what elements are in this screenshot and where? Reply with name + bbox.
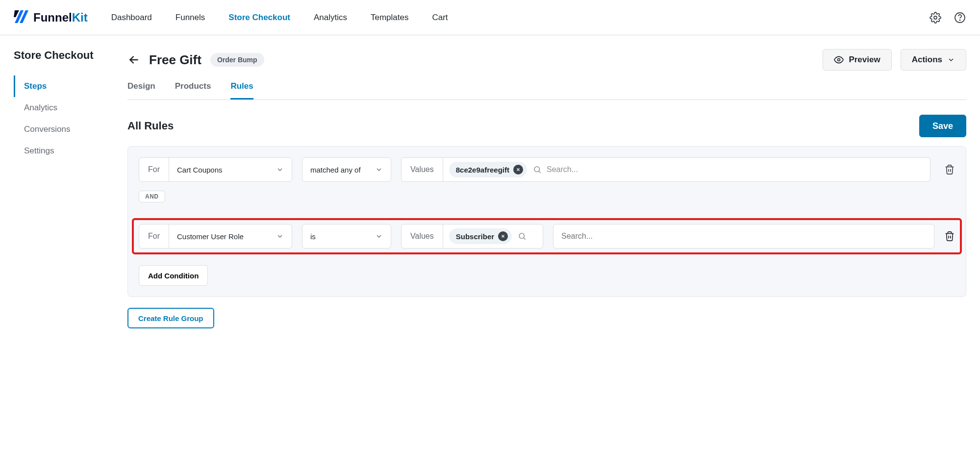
nav-analytics[interactable]: Analytics <box>314 13 347 23</box>
value-chip: Subscriber <box>449 228 512 244</box>
sidebar-item-conversions[interactable]: Conversions <box>14 119 114 140</box>
sidebar-title: Store Checkout <box>14 49 114 62</box>
preview-label: Preview <box>849 55 880 65</box>
main-nav: Dashboard Funnels Store Checkout Analyti… <box>111 13 929 23</box>
rule-values-box[interactable]: Values 8ce2e9afreegift <box>401 157 930 182</box>
value-chip-label: 8ce2e9afreegift <box>456 166 509 174</box>
rule-values-box[interactable]: Values Subscriber <box>401 224 543 248</box>
search-icon <box>533 165 542 174</box>
nav-store-checkout[interactable]: Store Checkout <box>228 13 290 23</box>
svg-point-3 <box>838 59 840 61</box>
chevron-down-icon <box>947 56 955 64</box>
svg-point-4 <box>534 167 540 172</box>
sidebar-item-steps[interactable]: Steps <box>14 75 114 97</box>
nav-funnels[interactable]: Funnels <box>176 13 205 23</box>
values-search-input[interactable] <box>546 165 924 174</box>
nav-dashboard[interactable]: Dashboard <box>111 13 152 23</box>
eye-icon <box>834 55 844 65</box>
rule-field-value: Cart Coupons <box>177 166 223 174</box>
sidebar: Store Checkout Steps Analytics Conversio… <box>0 49 114 348</box>
step-type-badge: Order Bump <box>210 53 264 67</box>
brand-logo[interactable]: FunnelKit <box>14 10 88 25</box>
preview-button[interactable]: Preview <box>823 49 891 71</box>
actions-button[interactable]: Actions <box>901 49 966 71</box>
main: Free Gift Order Bump Preview Actions Des… <box>114 49 980 348</box>
back-arrow-icon[interactable] <box>127 53 140 66</box>
for-label: For <box>139 158 169 181</box>
rule-operator-value: matched any of <box>310 166 361 174</box>
svg-point-2 <box>959 20 960 20</box>
tab-rules[interactable]: Rules <box>230 81 253 99</box>
brand-name: FunnelKit <box>33 11 88 25</box>
topbar-right <box>929 11 966 24</box>
sidebar-item-analytics[interactable]: Analytics <box>14 97 114 119</box>
rule-operator-value: is <box>310 232 316 241</box>
values-label: Values <box>402 224 443 248</box>
delete-rule-icon[interactable] <box>944 164 955 175</box>
subtabs: Design Products Rules <box>127 81 966 100</box>
for-label: For <box>139 224 169 248</box>
page-title: Free Gift <box>149 52 201 68</box>
help-icon[interactable] <box>954 11 966 24</box>
values-search-input[interactable] <box>560 231 928 241</box>
values-label: Values <box>402 158 443 181</box>
value-chip-label: Subscriber <box>456 232 494 241</box>
create-rule-group-button[interactable]: Create Rule Group <box>127 308 214 328</box>
rule-operator-select[interactable]: matched any of <box>302 157 391 182</box>
settings-icon[interactable] <box>929 11 942 24</box>
rule-field-select[interactable]: For Customer User Role <box>139 224 292 248</box>
chevron-down-icon <box>375 232 383 240</box>
rule-field-value: Customer User Role <box>177 232 244 241</box>
actions-label: Actions <box>912 55 942 65</box>
delete-rule-icon[interactable] <box>944 231 955 242</box>
nav-templates[interactable]: Templates <box>371 13 408 23</box>
rule-values-search-extra[interactable] <box>553 224 934 248</box>
and-pill: AND <box>139 191 165 202</box>
topbar: FunnelKit Dashboard Funnels Store Checko… <box>0 0 980 35</box>
svg-point-0 <box>934 16 937 19</box>
save-button[interactable]: Save <box>919 115 966 137</box>
chevron-down-icon <box>276 232 284 240</box>
chevron-down-icon <box>276 166 284 174</box>
rule-operator-select[interactable]: is <box>302 224 391 248</box>
tab-design[interactable]: Design <box>127 81 155 99</box>
search-icon <box>518 232 527 241</box>
rule-field-select[interactable]: For Cart Coupons <box>139 157 292 182</box>
rule-row-highlighted: For Customer User Role is <box>132 218 962 254</box>
value-chip: 8ce2e9afreegift <box>449 162 527 177</box>
nav-cart[interactable]: Cart <box>432 13 448 23</box>
chevron-down-icon <box>375 166 383 174</box>
rule-row: For Cart Coupons matched any of <box>139 157 955 182</box>
brand-logo-mark-icon <box>14 10 30 25</box>
remove-chip-icon[interactable] <box>513 165 523 174</box>
add-condition-button[interactable]: Add Condition <box>139 265 208 286</box>
rules-section-title: All Rules <box>127 120 174 132</box>
tab-products[interactable]: Products <box>175 81 211 99</box>
svg-point-5 <box>519 233 525 239</box>
rule-group-panel: For Cart Coupons matched any of <box>127 146 966 297</box>
sidebar-item-settings[interactable]: Settings <box>14 140 114 162</box>
remove-chip-icon[interactable] <box>498 231 508 241</box>
